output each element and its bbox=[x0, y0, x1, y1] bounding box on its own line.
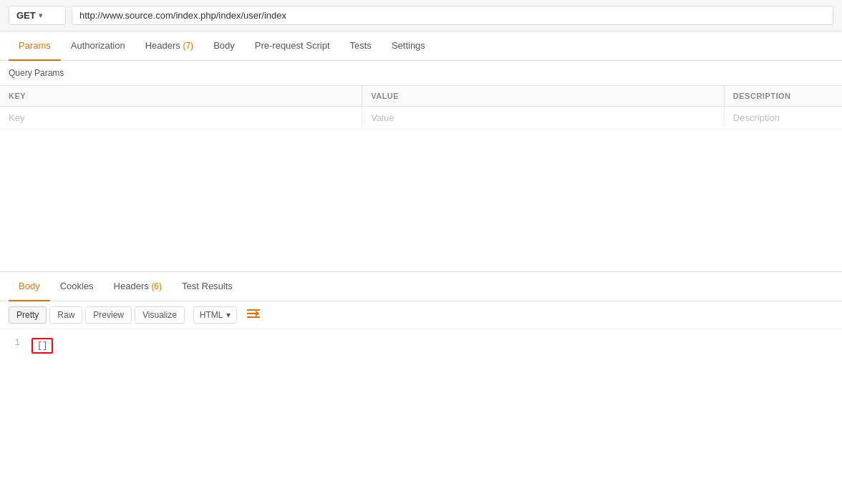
method-label: GET bbox=[16, 10, 36, 21]
tab-response-body[interactable]: Body bbox=[9, 272, 50, 301]
response-toolbar: Pretty Raw Preview Visualize HTML ▾ bbox=[0, 301, 842, 329]
value-cell[interactable]: Value bbox=[362, 107, 725, 130]
format-select[interactable]: HTML ▾ bbox=[193, 306, 237, 324]
headers-badge: (7) bbox=[183, 41, 193, 51]
code-line-1: 1 [] bbox=[9, 338, 833, 354]
params-table: KEY VALUE DESCRIPTION Key Value Descript… bbox=[0, 85, 842, 130]
tab-body[interactable]: Body bbox=[203, 32, 245, 61]
code-area: 1 [] bbox=[0, 329, 842, 362]
wrap-button[interactable] bbox=[243, 306, 264, 324]
col-description: DESCRIPTION bbox=[724, 86, 842, 107]
tab-cookies[interactable]: Cookies bbox=[50, 272, 104, 301]
description-cell[interactable]: Description bbox=[724, 107, 842, 130]
col-value: VALUE bbox=[362, 86, 725, 107]
view-preview-button[interactable]: Preview bbox=[85, 306, 132, 324]
tab-response-headers[interactable]: Headers (6) bbox=[104, 272, 172, 301]
request-tabs: Params Authorization Headers (7) Body Pr… bbox=[0, 32, 842, 61]
view-visualize-button[interactable]: Visualize bbox=[135, 306, 185, 324]
tab-test-results[interactable]: Test Results bbox=[172, 272, 243, 301]
tab-params[interactable]: Params bbox=[9, 32, 61, 61]
method-select[interactable]: GET ▾ bbox=[9, 6, 66, 25]
format-chevron: ▾ bbox=[226, 310, 231, 320]
col-key: KEY bbox=[0, 86, 362, 107]
tab-authorization[interactable]: Authorization bbox=[61, 32, 135, 61]
view-pretty-button[interactable]: Pretty bbox=[9, 306, 47, 324]
response-tabs: Body Cookies Headers (6) Test Results bbox=[0, 271, 842, 301]
url-bar: GET ▾ bbox=[0, 0, 842, 32]
url-input[interactable] bbox=[72, 6, 833, 25]
table-row: Key Value Description bbox=[0, 107, 842, 130]
line-number: 1 bbox=[9, 338, 20, 348]
bracket-close: ] bbox=[42, 341, 47, 351]
bottom-spacer bbox=[0, 362, 842, 504]
format-label: HTML bbox=[200, 310, 223, 320]
main-container: GET ▾ Params Authorization Headers (7) B… bbox=[0, 0, 842, 504]
view-raw-button[interactable]: Raw bbox=[49, 306, 82, 324]
code-highlight-box: [] bbox=[32, 338, 53, 354]
tab-tests[interactable]: Tests bbox=[340, 32, 382, 61]
request-spacer bbox=[0, 130, 842, 271]
query-params-label: Query Params bbox=[0, 61, 842, 85]
tab-headers[interactable]: Headers (7) bbox=[135, 32, 203, 61]
tab-settings[interactable]: Settings bbox=[382, 32, 435, 61]
response-headers-badge: (6) bbox=[151, 281, 162, 291]
code-value: [] bbox=[32, 338, 53, 354]
key-cell[interactable]: Key bbox=[0, 107, 362, 130]
tab-prerequest[interactable]: Pre-request Script bbox=[245, 32, 340, 61]
method-chevron: ▾ bbox=[39, 11, 42, 19]
